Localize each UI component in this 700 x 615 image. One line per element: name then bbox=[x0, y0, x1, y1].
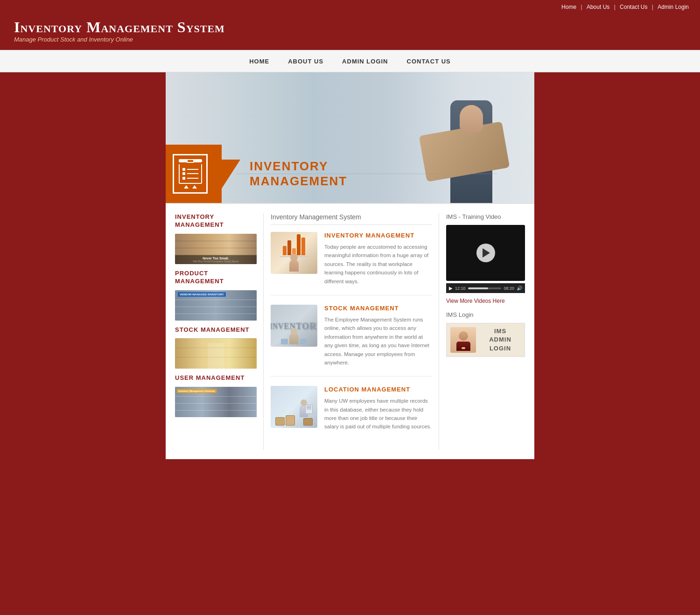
left-sidebar: INVENTORYMANAGEMENT Never Too Small. We … bbox=[175, 213, 264, 450]
sidebar-img-user[interactable]: Inventory Management Solutions bbox=[175, 387, 257, 417]
play-triangle-icon bbox=[483, 248, 490, 258]
video-progress-bar[interactable] bbox=[468, 287, 502, 289]
site-title: Inventory Management System bbox=[14, 19, 686, 36]
view-more-videos-link[interactable]: View More Videos Here bbox=[446, 298, 525, 304]
footer-spacer bbox=[0, 473, 700, 496]
topbar-separator-3: | bbox=[652, 4, 653, 10]
hero-title-line1: INVENTORY bbox=[250, 159, 347, 174]
top-bar: Home | About Us | Contact Us | Admin Log… bbox=[0, 0, 700, 14]
admin-login-label: IMS ADMIN LOGIN bbox=[480, 327, 521, 353]
topbar-separator-1: | bbox=[581, 4, 582, 10]
admin-login-button[interactable]: IMS ADMIN LOGIN bbox=[446, 323, 525, 357]
location-card-image bbox=[271, 386, 317, 428]
stock-card-text: The Employee Management System runs onli… bbox=[324, 315, 432, 367]
stock-card-title: STOCK MANAGEMENT bbox=[324, 305, 432, 312]
ims-login-section-title: IMS Login bbox=[446, 311, 525, 318]
middle-section-title: Inventory Management System bbox=[271, 213, 432, 225]
nav-admin-login[interactable]: ADMIN LOGIN bbox=[342, 58, 388, 65]
video-progress-fill bbox=[468, 287, 488, 289]
inventory-card-content: INVENTORY MANAGEMENT Today people are ac… bbox=[324, 232, 432, 286]
topbar-admin-link[interactable]: Admin Login bbox=[658, 4, 689, 10]
hero-text: INVENTORY MANAGEMENT bbox=[250, 159, 347, 188]
topbar-home-link[interactable]: Home bbox=[561, 4, 576, 10]
video-total-time: 08:20 bbox=[504, 286, 514, 291]
inventory-card-title: INVENTORY MANAGEMENT bbox=[324, 232, 432, 239]
nav-bar: HOME ABOUT US ADMIN LOGIN CONTACT US bbox=[0, 50, 700, 72]
sidebar-img-product[interactable]: VENDOR MANAGED INVENTORY bbox=[175, 290, 257, 321]
sidebar-user-title: USER MANAGEMENT bbox=[175, 374, 256, 382]
site-subtitle: Manage Product Stock and Inventory Onlin… bbox=[14, 36, 686, 43]
hero-banner: INVENTORY MANAGEMENT bbox=[166, 72, 534, 203]
video-play-small-icon[interactable]: ▶ bbox=[449, 286, 453, 291]
video-play-button[interactable] bbox=[476, 244, 495, 262]
clipboard-icon bbox=[173, 154, 208, 194]
sidebar-inventory-title: INVENTORYMANAGEMENT bbox=[175, 213, 256, 229]
sidebar-img-inventory[interactable]: Never Too Small. We Buy Small Company St… bbox=[175, 234, 257, 264]
nav-home[interactable]: HOME bbox=[249, 58, 269, 65]
sidebar-product-title: PRODUCT MANAGEMENT bbox=[175, 270, 256, 286]
inventory-card-image bbox=[271, 232, 317, 274]
main-wrapper: INVENTORYMANAGEMENT Never Too Small. We … bbox=[166, 203, 534, 459]
hero-orange-box bbox=[166, 145, 222, 203]
topbar-separator-2: | bbox=[614, 4, 616, 10]
nav-contact-us[interactable]: CONTACT US bbox=[407, 58, 451, 65]
volume-icon[interactable]: 🔊 bbox=[517, 286, 522, 291]
admin-avatar-icon bbox=[450, 327, 476, 353]
sidebar-stock-title: STOCK MANAGEMENT bbox=[175, 326, 256, 334]
location-card: LOCATION MANAGEMENT Many UW employees ha… bbox=[271, 386, 432, 440]
topbar-contact-link[interactable]: Contact Us bbox=[620, 4, 647, 10]
hero-triangle bbox=[222, 160, 240, 189]
admin-login-line2: ADMIN LOGIN bbox=[489, 336, 511, 351]
video-current-time: 12:10 bbox=[455, 286, 466, 291]
stock-card: INVENTORY STOCK MANAG bbox=[271, 305, 432, 377]
nav-about-us[interactable]: ABOUT US bbox=[288, 58, 323, 65]
location-card-content: LOCATION MANAGEMENT Many UW employees ha… bbox=[324, 386, 432, 431]
location-card-text: Many UW employees have multiple records … bbox=[324, 397, 432, 431]
video-controls: ▶ 12:10 08:20 🔊 bbox=[446, 283, 525, 293]
inventory-card-text: Today people are accustomed to accessing… bbox=[324, 243, 432, 286]
middle-content: Inventory Management System bbox=[264, 213, 439, 450]
content-area: INVENTORYMANAGEMENT Never Too Small. We … bbox=[166, 203, 534, 459]
admin-login-line1: IMS bbox=[494, 328, 506, 335]
inventory-card: INVENTORY MANAGEMENT Today people are ac… bbox=[271, 232, 432, 295]
hero-overlay: INVENTORY MANAGEMENT bbox=[166, 145, 347, 203]
sidebar-img-stock[interactable] bbox=[175, 338, 257, 369]
header: Inventory Management System Manage Produ… bbox=[0, 14, 700, 50]
location-card-title: LOCATION MANAGEMENT bbox=[324, 386, 432, 393]
stock-card-content: STOCK MANAGEMENT The Employee Management… bbox=[324, 305, 432, 367]
hero-title-line2: MANAGEMENT bbox=[250, 174, 347, 189]
stock-card-image: INVENTORY bbox=[271, 305, 317, 347]
video-section-title: IMS - Training Video bbox=[446, 213, 525, 220]
video-player bbox=[446, 225, 525, 281]
topbar-about-link[interactable]: About Us bbox=[587, 4, 609, 10]
right-sidebar: IMS - Training Video ▶ 12:10 08:20 🔊 bbox=[439, 213, 525, 450]
